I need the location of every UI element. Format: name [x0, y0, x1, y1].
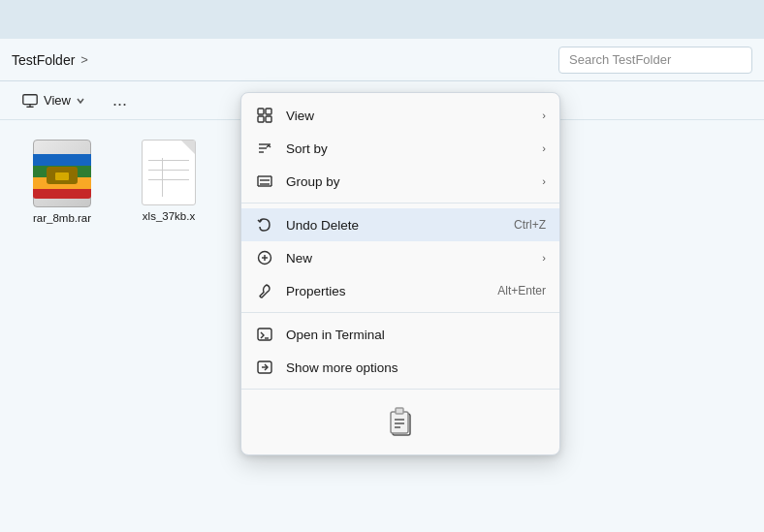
view-label: View — [44, 93, 71, 108]
shortcut-undo: Ctrl+Z — [514, 218, 546, 232]
file-name: xls_37kb.x — [143, 210, 195, 222]
menu-item-show-more[interactable]: Show more options — [241, 351, 559, 384]
file-name: rar_8mb.rar — [33, 212, 91, 224]
menu-item-sort-by[interactable]: Sort by › — [241, 132, 559, 165]
svg-rect-4 — [266, 109, 271, 114]
chevron-right-icon: › — [542, 142, 546, 154]
view-button[interactable]: View — [14, 88, 93, 113]
menu-label-new: New — [286, 251, 525, 266]
more-options-button[interactable]: ... — [105, 88, 135, 112]
svg-rect-25 — [396, 408, 403, 414]
group-icon — [255, 172, 274, 191]
view-chevron-icon — [76, 96, 85, 106]
svg-rect-5 — [258, 116, 264, 122]
chevron-right-icon: › — [542, 175, 546, 187]
search-box[interactable]: Search TestFolder — [558, 47, 752, 74]
chevron-right-icon: › — [542, 110, 546, 121]
menu-label-properties: Properties — [286, 284, 486, 298]
terminal-icon — [255, 325, 274, 344]
separator-3 — [241, 389, 559, 390]
breadcrumb: TestFolder — [12, 52, 75, 68]
svg-rect-0 — [23, 94, 37, 104]
address-bar: TestFolder > Search TestFolder — [0, 39, 764, 81]
top-bar — [0, 0, 764, 39]
context-menu: View › Sort by › Group by — [240, 92, 560, 455]
menu-item-new[interactable]: New › — [241, 241, 559, 274]
svg-rect-3 — [258, 109, 264, 114]
plus-circle-icon — [255, 248, 274, 267]
menu-label-sort-by: Sort by — [286, 141, 525, 156]
expand-icon — [255, 358, 274, 377]
xls-file-icon — [142, 140, 196, 205]
search-placeholder: Search TestFolder — [569, 52, 671, 67]
list-item[interactable]: xls_37kb.x — [130, 140, 207, 222]
wrench-icon — [255, 281, 274, 300]
menu-item-group-by[interactable]: Group by › — [241, 165, 559, 198]
menu-label-group-by: Group by — [286, 174, 525, 189]
menu-item-undo-delete[interactable]: Undo Delete Ctrl+Z — [241, 208, 559, 241]
menu-item-properties[interactable]: Properties Alt+Enter — [241, 274, 559, 307]
separator-1 — [241, 203, 559, 203]
separator-2 — [241, 312, 559, 313]
breadcrumb-chevron: > — [80, 52, 88, 67]
shortcut-properties: Alt+Enter — [497, 284, 546, 297]
sort-icon — [255, 139, 274, 158]
rar-file-icon — [33, 140, 91, 207]
svg-rect-6 — [266, 116, 271, 122]
paste-icon — [385, 404, 416, 439]
menu-item-view[interactable]: View › — [241, 99, 559, 132]
grid-icon — [255, 106, 274, 125]
list-item[interactable]: rar_8mb.rar — [23, 140, 101, 224]
paste-icon-area[interactable] — [241, 394, 559, 449]
undo-icon — [255, 215, 274, 235]
monitor-icon — [21, 92, 39, 110]
menu-label-view: View — [286, 109, 525, 123]
menu-label-show-more: Show more options — [286, 360, 546, 375]
svg-rect-24 — [391, 412, 408, 433]
menu-item-open-terminal[interactable]: Open in Terminal — [241, 318, 559, 351]
chevron-right-icon: › — [542, 252, 546, 264]
menu-label-open-terminal: Open in Terminal — [286, 328, 546, 342]
menu-label-undo-delete: Undo Delete — [286, 218, 502, 233]
